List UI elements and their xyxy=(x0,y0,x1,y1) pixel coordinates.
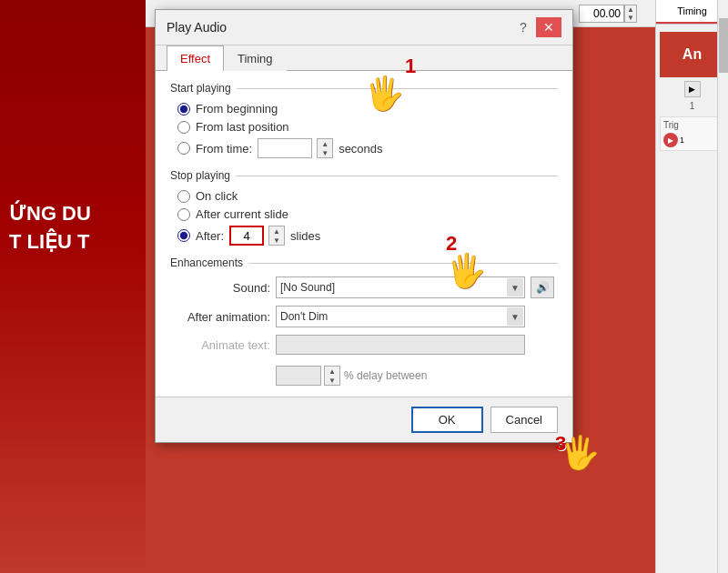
after-anim-select[interactable]: Don't Dim xyxy=(276,306,525,327)
radio-from-beginning: From beginning xyxy=(177,102,558,116)
percent-up-btn[interactable]: ▲ xyxy=(325,367,339,376)
percent-input[interactable] xyxy=(276,366,321,386)
radio-after-current-label: After current slide xyxy=(196,207,288,221)
after-slides-spinner: ▲ ▼ xyxy=(268,226,285,246)
percent-spinner: ▲ ▼ xyxy=(324,366,340,386)
time-down-btn[interactable]: ▼ xyxy=(318,148,332,157)
start-playing-group: From beginning From last position From t… xyxy=(170,102,558,158)
radio-from-time-input[interactable] xyxy=(177,142,190,155)
dialog-body: Start playing From beginning From last p… xyxy=(156,71,572,397)
stop-playing-group: On click After current slide After: ▲ ▼ … xyxy=(170,189,558,246)
dialog-titlebar: Play Audio ? ✕ xyxy=(156,10,572,45)
sound-select[interactable]: [No Sound] xyxy=(276,276,525,298)
radio-from-time: From time: ▲ ▼ seconds xyxy=(177,138,558,158)
titlebar-buttons: ? ✕ xyxy=(514,17,561,37)
radio-from-beginning-input[interactable] xyxy=(177,103,190,116)
animate-text-input[interactable] xyxy=(276,335,525,355)
dialog-overlay: Play Audio ? ✕ Effect Timing Start playi… xyxy=(0,0,728,573)
from-time-spinner: ▲ ▼ xyxy=(317,138,333,158)
after-anim-field-label: After animation: xyxy=(170,310,270,324)
radio-from-time-label: From time: xyxy=(196,142,252,156)
sound-icon: 🔊 xyxy=(536,281,550,294)
tab-effect[interactable]: Effect xyxy=(167,45,224,71)
play-audio-dialog: Play Audio ? ✕ Effect Timing Start playi… xyxy=(155,9,573,443)
radio-after-slides: After: ▲ ▼ slides xyxy=(177,226,558,246)
radio-on-click-label: On click xyxy=(196,189,238,203)
dialog-footer: OK Cancel xyxy=(156,397,572,442)
animate-text-field-label: Animate text: xyxy=(170,338,270,352)
slides-label: slides xyxy=(290,229,320,243)
percent-row: ▲ ▼ % delay between xyxy=(276,366,525,386)
radio-after-slides-label: After: xyxy=(196,229,224,243)
close-button[interactable]: ✕ xyxy=(536,17,561,37)
after-up-btn[interactable]: ▲ xyxy=(269,226,284,236)
dialog-title: Play Audio xyxy=(167,20,227,35)
from-time-input[interactable] xyxy=(258,138,312,158)
cancel-button[interactable]: Cancel xyxy=(490,407,558,433)
radio-after-slides-input[interactable] xyxy=(177,229,190,242)
percent-down-btn[interactable]: ▼ xyxy=(325,376,339,385)
sound-field-label: Sound: xyxy=(170,281,270,295)
dialog-tabs: Effect Timing xyxy=(156,45,572,71)
seconds-label: seconds xyxy=(339,142,382,156)
radio-on-click-input[interactable] xyxy=(177,190,190,203)
after-anim-select-wrapper: Don't Dim ▼ xyxy=(276,306,525,327)
tab-timing[interactable]: Timing xyxy=(224,45,287,71)
radio-from-last: From last position xyxy=(177,120,558,134)
radio-after-current: After current slide xyxy=(177,207,558,221)
radio-from-last-label: From last position xyxy=(196,120,289,134)
radio-from-last-input[interactable] xyxy=(177,121,190,134)
after-slides-input[interactable] xyxy=(229,226,264,246)
help-button[interactable]: ? xyxy=(514,18,532,36)
start-playing-label: Start playing xyxy=(170,82,558,95)
radio-after-current-input[interactable] xyxy=(177,208,190,221)
after-down-btn[interactable]: ▼ xyxy=(269,236,284,245)
radio-from-beginning-label: From beginning xyxy=(196,102,278,116)
sound-select-wrapper: [No Sound] ▼ xyxy=(276,276,525,298)
enhancements-label: Enhancements xyxy=(170,256,558,269)
ok-button[interactable]: OK xyxy=(411,407,483,433)
stop-playing-label: Stop playing xyxy=(170,169,558,182)
percent-label: % delay between xyxy=(344,369,427,382)
enhancements-grid: Sound: [No Sound] ▼ 🔊 After animation: D… xyxy=(170,276,558,386)
radio-on-click: On click xyxy=(177,189,558,203)
sound-preview-button[interactable]: 🔊 xyxy=(531,276,554,298)
time-up-btn[interactable]: ▲ xyxy=(318,139,332,148)
